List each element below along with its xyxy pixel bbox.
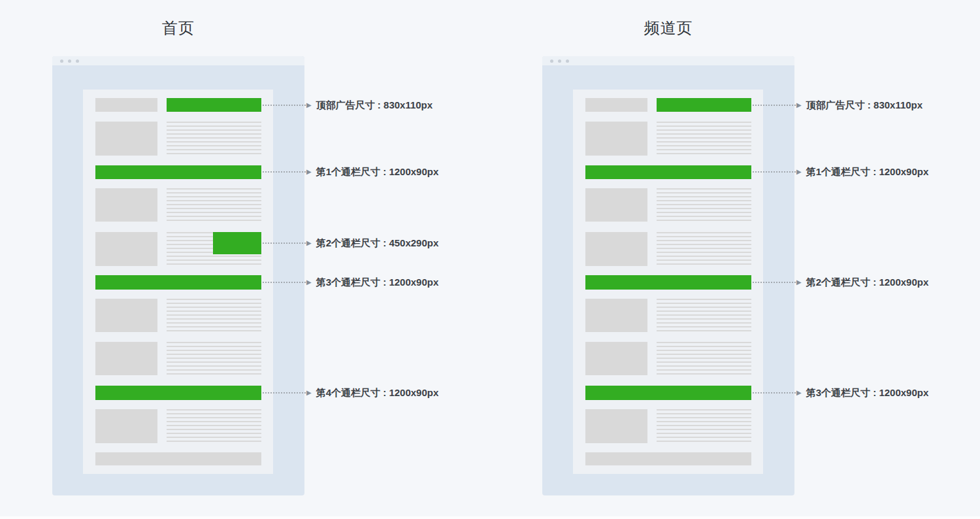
- text-lines-placeholder: [167, 188, 261, 222]
- annotation-connector: [263, 392, 306, 393]
- text-lines-placeholder: [167, 342, 261, 375]
- annotation-label: 顶部广告尺寸 : 830x110px: [806, 99, 923, 112]
- annotation-banner-4: ▶ 第4个通栏尺寸 : 1200x90px: [263, 386, 438, 400]
- content-row: [585, 122, 751, 156]
- arrow-right-icon: ▶: [306, 240, 312, 246]
- arrow-right-icon: ▶: [796, 102, 802, 109]
- annotation-connector: [753, 171, 796, 173]
- content-row: [95, 188, 261, 222]
- content-row: [95, 409, 261, 443]
- annotation-connector: [753, 282, 796, 283]
- image-placeholder: [95, 122, 157, 156]
- page-title-channel: 频道页: [542, 18, 794, 39]
- arrow-right-icon: ▶: [306, 279, 312, 286]
- footer-placeholder: [95, 452, 261, 465]
- content-row: [95, 299, 261, 332]
- page-title-home: 首页: [52, 18, 304, 39]
- top-ad-slot: [167, 98, 261, 112]
- content-row: [585, 342, 751, 375]
- annotation-label: 第3个通栏尺寸 : 1200x90px: [316, 276, 439, 289]
- annotation-label: 第1个通栏尺寸 : 1200x90px: [316, 166, 439, 178]
- banner-ad-slot-1: [95, 165, 261, 179]
- inline-ad-slot: [213, 232, 261, 254]
- content-row: [95, 342, 261, 375]
- text-lines-placeholder: [657, 299, 751, 332]
- text-lines-placeholder: [167, 299, 261, 332]
- text-lines-placeholder: [167, 409, 261, 443]
- banner-ad-slot-2: [95, 275, 261, 290]
- annotation-banner-1: ▶ 第1个通栏尺寸 : 1200x90px: [263, 165, 438, 179]
- text-lines-placeholder: [657, 188, 751, 222]
- annotation-banner-3: ▶ 第3个通栏尺寸 : 1200x90px: [263, 275, 438, 290]
- annotation-connector: [263, 171, 306, 173]
- text-lines-placeholder: [657, 122, 751, 156]
- header-row: [95, 98, 261, 112]
- image-placeholder: [585, 232, 647, 266]
- ad-spec-diagram: 首页: [0, 0, 980, 519]
- annotation-top-ad: ▶ 顶部广告尺寸 : 830x110px: [753, 98, 923, 112]
- image-placeholder: [585, 299, 647, 332]
- annotation-label: 第4个通栏尺寸 : 1200x90px: [316, 387, 439, 399]
- banner-ad-slot-3: [95, 386, 261, 400]
- image-placeholder: [585, 188, 647, 222]
- banner-ad-slot-1: [585, 165, 751, 179]
- annotation-connector: [753, 392, 796, 393]
- arrow-right-icon: ▶: [306, 390, 312, 396]
- content-row: [95, 232, 261, 266]
- annotation-label: 第1个通栏尺寸 : 1200x90px: [806, 166, 929, 178]
- window-dot-icon: [76, 59, 79, 63]
- annotation-connector: [263, 282, 306, 283]
- content-row: [585, 232, 751, 266]
- image-placeholder: [95, 299, 157, 332]
- image-placeholder: [585, 409, 647, 443]
- image-placeholder: [95, 232, 157, 266]
- image-placeholder: [95, 409, 157, 443]
- arrow-right-icon: ▶: [796, 279, 802, 286]
- text-lines-placeholder: [657, 342, 751, 375]
- page-edge-strip: [0, 516, 980, 519]
- annotation-label: 第2个通栏尺寸 : 1200x90px: [806, 276, 929, 289]
- arrow-right-icon: ▶: [796, 169, 802, 175]
- text-lines-placeholder: [657, 409, 751, 443]
- annotation-label: 顶部广告尺寸 : 830x110px: [316, 99, 433, 112]
- image-placeholder: [585, 342, 647, 375]
- image-placeholder: [95, 188, 157, 222]
- annotation-label: 第3个通栏尺寸 : 1200x90px: [806, 387, 929, 399]
- annotation-banner-2: ▶ 第2个通栏尺寸 : 1200x90px: [753, 275, 928, 290]
- image-placeholder: [95, 342, 157, 375]
- annotation-top-ad: ▶ 顶部广告尺寸 : 830x110px: [263, 98, 433, 112]
- logo-placeholder: [585, 98, 647, 112]
- arrow-right-icon: ▶: [306, 102, 312, 109]
- annotation-connector: [753, 105, 796, 106]
- image-placeholder: [585, 122, 647, 156]
- arrow-right-icon: ▶: [796, 390, 802, 396]
- content-row: [585, 299, 751, 332]
- arrow-right-icon: ▶: [306, 169, 312, 175]
- annotation-banner-1: ▶ 第1个通栏尺寸 : 1200x90px: [753, 165, 928, 179]
- header-row: [585, 98, 751, 112]
- content-row: [585, 188, 751, 222]
- banner-ad-slot-2: [585, 275, 751, 290]
- footer-placeholder: [585, 452, 751, 465]
- annotation-connector: [263, 105, 306, 106]
- browser-titlebar: [542, 56, 794, 65]
- content-row: [95, 122, 261, 156]
- annotation-label: 第2个通栏尺寸 : 450x290px: [316, 237, 439, 250]
- text-lines-placeholder: [167, 122, 261, 156]
- text-lines-placeholder: [657, 232, 751, 266]
- top-ad-slot: [657, 98, 751, 112]
- window-dot-icon: [566, 59, 569, 63]
- annotation-banner-3: ▶ 第3个通栏尺寸 : 1200x90px: [753, 386, 928, 400]
- page-mockup-home: [83, 90, 273, 474]
- window-dot-icon: [558, 59, 561, 63]
- annotation-connector: [263, 243, 306, 244]
- page-mockup-channel: [573, 90, 763, 474]
- window-dot-icon: [60, 59, 63, 63]
- annotation-banner-2: ▶ 第2个通栏尺寸 : 450x290px: [263, 236, 438, 250]
- window-dot-icon: [550, 59, 553, 63]
- window-dot-icon: [68, 59, 71, 63]
- logo-placeholder: [95, 98, 157, 112]
- content-row: [585, 409, 751, 443]
- browser-titlebar: [52, 56, 304, 65]
- banner-ad-slot-3: [585, 386, 751, 400]
